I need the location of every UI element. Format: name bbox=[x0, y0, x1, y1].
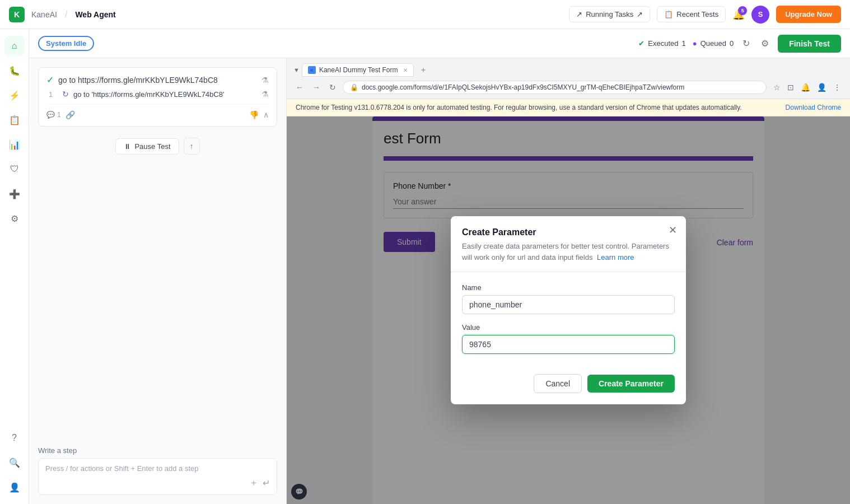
check-circle-icon: ✔ bbox=[638, 39, 644, 48]
tab-dropdown-arrow[interactable]: ▼ bbox=[293, 67, 300, 73]
step-comments: 💬 1 bbox=[46, 111, 61, 119]
create-parameter-button[interactable]: Create Parameter bbox=[587, 375, 675, 393]
tab-close-icon[interactable]: ✕ bbox=[403, 67, 408, 73]
tab-favicon: K bbox=[308, 66, 316, 74]
running-tasks-label: Running Tasks bbox=[586, 10, 633, 18]
address-text: docs.google.com/forms/d/e/1FAIpQLSekojsH… bbox=[362, 83, 684, 91]
step-card-1: ✓ go to https://forms.gle/mrKKbYLE9WkL74… bbox=[38, 67, 277, 127]
nav-refresh-button[interactable]: ↻ bbox=[327, 82, 338, 93]
modal-subtitle: Easily create data parameters for better… bbox=[462, 241, 675, 263]
sidebar-item-add[interactable]: ➕ bbox=[4, 184, 25, 204]
executed-label: Executed bbox=[648, 39, 678, 48]
add-step-icon[interactable]: ＋ bbox=[249, 477, 258, 489]
step-loading-icon: ↻ bbox=[62, 90, 69, 99]
nav-forward-button[interactable]: → bbox=[310, 82, 323, 93]
modal-learn-more-link[interactable]: Learn more bbox=[597, 253, 634, 262]
recent-tests-label: Recent Tests bbox=[676, 10, 718, 18]
sidebar-item-help[interactable]: ? bbox=[4, 428, 25, 448]
sidebar-item-chart[interactable]: 📊 bbox=[4, 134, 25, 155]
parameter-value-input[interactable] bbox=[462, 335, 675, 354]
value-field-label: Value bbox=[462, 323, 675, 332]
recent-tests-icon: 📋 bbox=[664, 10, 673, 18]
expand-icon[interactable]: ∧ bbox=[263, 110, 269, 119]
sidebar-item-home[interactable]: ⌂ bbox=[4, 36, 25, 56]
user-avatar[interactable]: S bbox=[751, 6, 769, 24]
link-icon[interactable]: 🔗 bbox=[66, 110, 75, 119]
sidebar-item-bug[interactable]: 🐛 bbox=[4, 60, 25, 81]
sidebar-item-search[interactable]: 🔍 bbox=[4, 452, 25, 473]
sidebar-item-settings[interactable]: ⚙ bbox=[4, 208, 25, 228]
browser-warning: Chrome for Testing v131.0.6778.204 is on… bbox=[287, 99, 850, 116]
write-step-placeholder: Press / for actions or Shift + Enter to … bbox=[45, 464, 270, 473]
left-pane: ✓ go to https://forms.gle/mrKKbYLE9WkL74… bbox=[29, 58, 287, 504]
running-tasks-button[interactable]: ↗ Running Tasks ↗ bbox=[569, 6, 650, 22]
address-bar[interactable]: 🔒 docs.google.com/forms/d/e/1FAIpQLSekoj… bbox=[343, 81, 767, 94]
sidebar-item-shield[interactable]: 🛡 bbox=[4, 159, 25, 179]
download-chrome-link[interactable]: Download Chrome bbox=[786, 104, 841, 111]
settings-button[interactable]: ⚙ bbox=[759, 36, 771, 51]
cast-icon[interactable]: ⊡ bbox=[785, 82, 796, 93]
thumbdown-icon[interactable]: 👎 bbox=[249, 110, 259, 119]
upload-button[interactable]: ↑ bbox=[184, 138, 200, 155]
sub-header: System Idle ✔ Executed 1 ● Queued 0 ↻ ⚙ … bbox=[29, 29, 850, 58]
parameter-name-input[interactable] bbox=[462, 295, 675, 314]
modal-footer: Cancel Create Parameter bbox=[451, 374, 686, 404]
refresh-button[interactable]: ↻ bbox=[740, 36, 752, 51]
menu-icon[interactable]: ⋮ bbox=[831, 82, 843, 93]
logo-letter: K bbox=[14, 10, 20, 19]
notifications-button[interactable]: 🔔 5 bbox=[732, 8, 745, 21]
browser-tab-active[interactable]: K KaneAI Dummy Test Form ✕ bbox=[302, 63, 414, 77]
lock-icon: 🔒 bbox=[350, 83, 358, 91]
pause-test-button[interactable]: ⏸ Pause Test bbox=[115, 138, 179, 155]
topbar-right: ↗ Running Tasks ↗ 📋 Recent Tests 🔔 5 S U… bbox=[569, 6, 841, 24]
write-step-box[interactable]: Press / for actions or Shift + Enter to … bbox=[38, 458, 277, 495]
cancel-button[interactable]: Cancel bbox=[534, 374, 582, 393]
browser-chrome-bar: ▼ K KaneAI Dummy Test Form ✕ ＋ ← → bbox=[287, 58, 850, 99]
app-shell: K KaneAI / Web Agent ↗ Running Tasks ↗ 📋… bbox=[0, 0, 850, 504]
purple-circle-icon: ● bbox=[693, 39, 697, 48]
main-area: ⌂ 🐛 ⚡ 📋 📊 🛡 ➕ ⚙ ? 🔍 👤 System Idle ✔ Exec… bbox=[0, 29, 850, 504]
step-sub-number: 1 bbox=[49, 90, 58, 99]
sidebar-item-lightning[interactable]: ⚡ bbox=[4, 85, 25, 105]
step-2-label: go to 'https://forms.gle/mrKKbYLE9WkL74b… bbox=[73, 90, 257, 99]
notification-badge: 5 bbox=[738, 6, 747, 15]
bookmark-icon[interactable]: ☆ bbox=[771, 82, 783, 93]
upgrade-now-button[interactable]: Upgrade Now bbox=[776, 6, 841, 23]
brand-name: KaneAI bbox=[31, 10, 57, 19]
body-panes: ✓ go to https://forms.gle/mrKKbYLE9WkL74… bbox=[29, 58, 850, 504]
executed-badge: ✔ Executed 1 bbox=[638, 39, 685, 48]
finish-test-button[interactable]: Finish Test bbox=[778, 35, 841, 53]
new-tab-button[interactable]: ＋ bbox=[416, 63, 431, 77]
browser-nav: ← → ↻ 🔒 docs.google.com/forms/d/e/1FAIpQ… bbox=[293, 81, 843, 94]
queued-count: 0 bbox=[730, 39, 734, 48]
flask-icon-1[interactable]: ⚗ bbox=[261, 76, 269, 85]
alert-icon[interactable]: 🔔 bbox=[798, 82, 812, 93]
enter-icon[interactable]: ↵ bbox=[263, 478, 270, 488]
write-step-container: Write a step Press / for actions or Shif… bbox=[38, 446, 277, 495]
recent-tests-button[interactable]: 📋 Recent Tests bbox=[657, 6, 726, 22]
content-area: System Idle ✔ Executed 1 ● Queued 0 ↻ ⚙ … bbox=[29, 29, 850, 504]
step-1-label: go to https://forms.gle/mrKKbYLE9WkL74bC… bbox=[58, 76, 257, 85]
step-footer-right: 👎 ∧ bbox=[249, 110, 269, 119]
external-link-icon: ↗ bbox=[637, 10, 643, 18]
app-logo: K bbox=[9, 7, 25, 22]
comment-count: 1 bbox=[57, 111, 61, 119]
step-sub: 1 ↻ go to 'https://forms.gle/mrKKbYLE9Wk… bbox=[46, 85, 269, 99]
executed-count: 1 bbox=[682, 39, 686, 48]
sidebar-item-profile[interactable]: 👤 bbox=[4, 477, 25, 497]
step-check-icon: ✓ bbox=[46, 74, 54, 85]
create-parameter-modal: Create Parameter Easily create data para… bbox=[451, 216, 686, 404]
write-step-footer: ＋ ↵ bbox=[45, 473, 270, 489]
flask-icon-2[interactable]: ⚗ bbox=[261, 90, 269, 99]
browser-tab-bar: ▼ K KaneAI Dummy Test Form ✕ ＋ bbox=[293, 63, 843, 77]
modal-close-button[interactable]: ✕ bbox=[669, 225, 677, 235]
modal-overlay: Create Parameter Easily create data para… bbox=[287, 116, 850, 504]
nav-back-button[interactable]: ← bbox=[293, 82, 306, 93]
sidebar-item-clipboard[interactable]: 📋 bbox=[4, 110, 25, 130]
right-pane: ▼ K KaneAI Dummy Test Form ✕ ＋ ← → bbox=[287, 58, 850, 504]
browser-frame: ▼ K KaneAI Dummy Test Form ✕ ＋ ← → bbox=[287, 58, 850, 504]
step-card-1-header: ✓ go to https://forms.gle/mrKKbYLE9WkL74… bbox=[46, 74, 269, 85]
sidebar: ⌂ 🐛 ⚡ 📋 📊 🛡 ➕ ⚙ ? 🔍 👤 bbox=[0, 29, 29, 504]
profile-nav-icon[interactable]: 👤 bbox=[815, 82, 829, 93]
running-tasks-icon: ↗ bbox=[576, 10, 582, 18]
